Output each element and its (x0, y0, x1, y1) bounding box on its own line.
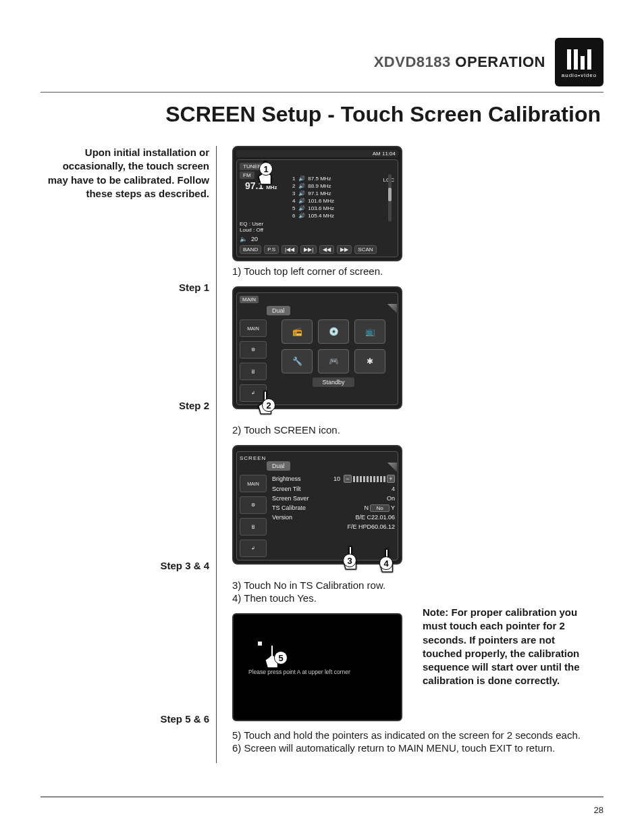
disc-tile-icon: 💿 (318, 319, 349, 344)
right-column: AM 11:04 TUNER FM 97.1 MHz 1 🔊 87.5 MHz … (224, 146, 603, 763)
step1-label: Step 1 (41, 282, 209, 293)
gear-icon: ⚙ (240, 496, 267, 514)
page-curl-icon (387, 463, 397, 472)
sliders-icon: 🎚 (240, 363, 267, 380)
volume-row: 🔈 20 (240, 236, 395, 242)
preset-list: 1 🔊 87.5 MHz 2 🔊 88.9 MHz 3 🔊 97.1 MHz 4… (292, 175, 395, 219)
instruction-3: 3) Touch No in TS Calibration row. (232, 579, 603, 591)
vertical-divider (216, 146, 224, 763)
callout-2: 2 (262, 398, 275, 412)
screen-title: SCREEN (240, 455, 266, 461)
saver-value: On (387, 495, 395, 502)
standby-button: Standby (313, 377, 354, 387)
screenshot-screen-settings: SCREEN Dual MAIN ⚙ 🎚 ↲ Brightness (232, 445, 402, 565)
screenshot-tuner: AM 11:04 TUNER FM 97.1 MHz 1 🔊 87.5 MHz … (232, 146, 402, 261)
callout-5: 5 (274, 651, 288, 664)
page-number: 28 (594, 805, 603, 815)
settings-sidebar: MAIN ⚙ 🎚 ↲ (240, 475, 269, 557)
brand-chip: Dual (267, 306, 290, 315)
plus-icon: + (387, 475, 395, 483)
speaker-icon: 🔈 (240, 236, 247, 242)
loud-label: Loud : Off (240, 227, 395, 233)
content-grid: Upon initial installation or occasionall… (41, 146, 603, 763)
bluetooth-tile-icon: ✱ (354, 349, 385, 373)
transport-buttons: BAND P.S |◀◀ ▶▶| ◀◀ ▶▶ SCAN (240, 245, 395, 254)
gear-icon: ⚙ (240, 341, 267, 359)
instruction-5: 5) Touch and hold the pointers as indica… (232, 729, 603, 741)
tv-tile-icon: 📺 (354, 319, 385, 344)
instruction-1: 1) Touch top left corner of screen. (232, 265, 603, 277)
exit-icon: ↲ (240, 540, 267, 557)
step2-label: Step 2 (41, 400, 209, 411)
brightness-label: Brightness (272, 475, 301, 482)
main-tag: MAIN (240, 296, 259, 303)
screenshot-calibration: 5 Please press point A at upper left cor… (232, 613, 402, 721)
page-title: SCREEN Setup - Touch Screen Calibration (41, 102, 603, 127)
game-tile-icon: 🎮 (318, 349, 349, 373)
instruction-4: 4) Then touch Yes. (232, 592, 402, 604)
section-name: OPERATION (455, 53, 545, 70)
calibration-message: Please press point A at upper left corne… (248, 669, 350, 675)
intro-text: Upon initial installation or occasionall… (41, 146, 209, 201)
cal-n: N (364, 504, 369, 511)
tilt-label: Screen Tilt (272, 486, 301, 492)
version-be: B/E C22.01.06 (355, 514, 395, 521)
step34-label: Step 3 & 4 (41, 560, 209, 571)
brightness-gauge: 10 − + (333, 475, 395, 483)
calibrate-label: TS Calibrate (272, 504, 306, 511)
volume-value: 20 (251, 236, 258, 242)
band-chip: FM (240, 172, 254, 179)
brand-chip: Dual (267, 461, 290, 471)
left-column: Upon initial installation or occasionall… (41, 146, 216, 763)
callout-1: 1 (259, 162, 273, 176)
page-header: XDVD8183 OPERATION ® audio•video (41, 38, 603, 93)
instruction-2: 2) Touch SCREEN icon. (232, 424, 603, 436)
menu-icon-grid: 📻 💿 📺 🔧 🎮 ✱ (272, 319, 395, 373)
clock-text: AM 11:04 (373, 151, 396, 157)
logo-subtext: audio•video (562, 72, 597, 78)
calibration-note: Note: For proper calibration you must to… (423, 606, 589, 688)
sliders-icon: 🎚 (240, 518, 267, 536)
side-main: MAIN (240, 319, 267, 337)
brand-logo: ® audio•video (555, 38, 603, 86)
registered-mark: ® (604, 39, 609, 46)
tilt-value: 4 (392, 486, 395, 492)
header-title: XDVD8183 OPERATION (374, 53, 545, 71)
side-main: MAIN (240, 475, 267, 492)
footer-rule (41, 796, 603, 798)
instruction-6: 6) Screen will automatically return to M… (232, 742, 603, 754)
page-curl-icon (387, 304, 397, 313)
version-label: Version (272, 514, 292, 521)
settings-list: Brightness 10 − + Screen Tilt4 Screen Sa… (272, 475, 395, 557)
settings-tile-icon: 🔧 (281, 349, 313, 373)
cal-y: Y (391, 504, 395, 511)
model-number: XDVD8183 (374, 53, 451, 70)
minus-icon: − (344, 475, 352, 483)
screenshot-main-menu: MAIN Dual MAIN ⚙ 🎚 ↲ 📻 💿 📺 (232, 286, 402, 409)
step56-label: Step 5 & 6 (41, 713, 209, 725)
eq-label: EQ : User (240, 221, 395, 227)
radio-tile-icon: 📻 (281, 319, 313, 344)
callout-3: 3 (343, 554, 356, 567)
version-fe: F/E HPD60.06.12 (347, 523, 395, 530)
logo-bars-icon (567, 47, 591, 70)
callout-4: 4 (379, 556, 393, 570)
saver-label: Screen Saver (272, 495, 309, 502)
no-button: No (370, 504, 389, 512)
scrollbar-icon (388, 174, 392, 221)
